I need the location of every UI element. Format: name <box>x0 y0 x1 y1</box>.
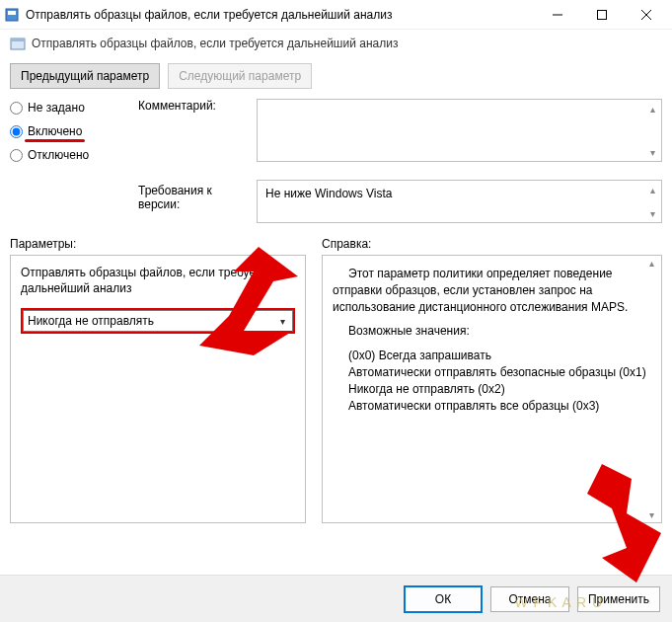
comment-label: Комментарий: <box>138 99 247 162</box>
annotation-arrow-1 <box>199 247 298 355</box>
radio-not-configured-input[interactable] <box>10 102 23 115</box>
policy-icon <box>10 36 26 51</box>
panes: Отправлять образцы файлов, если требуетс… <box>0 255 672 531</box>
scroll-up-icon: ▴ <box>649 258 654 269</box>
close-button[interactable] <box>624 1 668 29</box>
requirements-label: Требования к версии: <box>138 166 247 223</box>
next-setting-button: Следующий параметр <box>168 63 312 89</box>
requirements-text: Не ниже Windows Vista <box>265 187 393 200</box>
dialog-buttons: ОК Отмена Применить <box>0 575 672 622</box>
scroll-up-icon: ▴ <box>645 102 659 116</box>
radio-disabled-label: Отключено <box>28 148 89 162</box>
apply-button[interactable]: Применить <box>577 586 660 612</box>
help-value-1: Автоматически отправлять безопасные обра… <box>333 364 651 381</box>
titlebar: Отправлять образцы файлов, если требуетс… <box>0 0 672 30</box>
radio-enabled[interactable]: Включено <box>10 124 128 138</box>
maximize-button[interactable] <box>579 1 624 29</box>
header-strip: Отправлять образцы файлов, если требуетс… <box>0 30 672 57</box>
prev-setting-button[interactable]: Предыдущий параметр <box>10 63 160 89</box>
scroll-down-icon: ▾ <box>645 145 659 159</box>
radio-enabled-input[interactable] <box>10 125 23 138</box>
help-value-3: Автоматически отправлять все образцы (0x… <box>333 398 651 415</box>
requirements-box: Не ниже Windows Vista ▴ ▾ <box>257 180 662 223</box>
config-grid: Не задано Включено Отключено Комментарий… <box>0 99 672 227</box>
help-value-2: Никогда не отправлять (0x2) <box>333 381 651 398</box>
header-title: Отправлять образцы файлов, если требуетс… <box>32 37 398 50</box>
comment-textarea[interactable]: ▴ ▾ <box>257 99 662 162</box>
help-paragraph-1: Этот параметр политики определяет поведе… <box>333 266 651 315</box>
radio-disabled-input[interactable] <box>10 149 23 162</box>
svg-rect-7 <box>11 39 25 41</box>
cancel-button[interactable]: Отмена <box>490 586 569 612</box>
minimize-button[interactable] <box>535 1 579 29</box>
pane-labels: Параметры: Справка: <box>0 227 672 255</box>
help-value-0: (0x0) Всегда запрашивать <box>333 348 651 364</box>
radio-enabled-label: Включено <box>28 124 82 138</box>
svg-marker-8 <box>199 247 298 355</box>
window-title: Отправлять образцы файлов, если требуетс… <box>26 8 535 22</box>
scroll-up-icon: ▴ <box>645 183 659 196</box>
svg-rect-3 <box>597 10 606 19</box>
help-possible-values: Возможные значения: <box>333 323 651 340</box>
radio-not-configured-label: Не задано <box>28 101 85 115</box>
radio-disabled[interactable]: Отключено <box>10 148 128 162</box>
ok-button[interactable]: ОК <box>404 585 483 613</box>
state-radios: Не задано Включено Отключено <box>10 99 128 227</box>
svg-rect-1 <box>8 11 16 15</box>
svg-marker-9 <box>587 464 661 583</box>
scroll-down-icon: ▾ <box>645 206 659 220</box>
annotation-arrow-2 <box>572 464 671 583</box>
help-label: Справка: <box>322 237 618 251</box>
nav-row: Предыдущий параметр Следующий параметр <box>0 57 672 99</box>
radio-not-configured[interactable]: Не задано <box>10 101 128 115</box>
app-icon <box>4 7 20 23</box>
